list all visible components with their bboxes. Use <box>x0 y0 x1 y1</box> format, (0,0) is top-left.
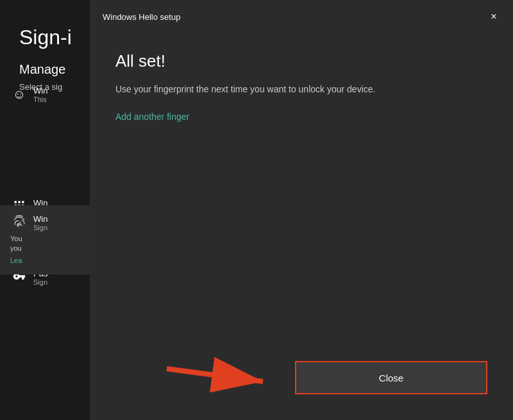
face-desc: This <box>33 96 87 103</box>
fingerprint-title: Win <box>33 214 87 224</box>
windows-hello-dialog: Windows Hello setup × All set! Use your … <box>90 0 513 420</box>
arrow-annotation <box>154 356 282 401</box>
dialog-content: All set! Use your fingerprint the next t… <box>90 32 513 348</box>
dialog-close-button[interactable]: × <box>485 8 503 26</box>
add-another-finger-link[interactable]: Add another finger <box>115 112 487 122</box>
sidebar-item-fingerprint-text: Win Sign <box>33 214 87 231</box>
svg-line-1 <box>167 369 263 382</box>
sidebar-item-face[interactable]: ☺ Win This <box>0 77 93 112</box>
dialog-footer: Close <box>90 348 513 420</box>
dialog-body: Use your fingerprint the next time you w… <box>115 83 436 96</box>
fingerprint-section-desc: You you <box>10 234 87 254</box>
learn-more-link[interactable]: Lea <box>10 256 87 264</box>
sidebar: ☺ Win This Win Sign You <box>0 77 93 295</box>
fingerprint-icon <box>10 214 28 228</box>
password-desc: Sign <box>33 278 87 286</box>
dialog-titlebar: Windows Hello setup × <box>90 0 513 32</box>
face-title: Win <box>33 86 87 96</box>
dialog-heading: All set! <box>115 51 487 71</box>
close-button[interactable]: Close <box>295 361 487 394</box>
sidebar-item-face-text: Win This <box>33 86 87 103</box>
face-icon: ☺ <box>10 87 28 102</box>
fingerprint-desc: Sign <box>33 224 87 231</box>
dialog-title: Windows Hello setup <box>103 12 180 22</box>
fingerprint-section: Win Sign You you Lea <box>0 205 93 274</box>
